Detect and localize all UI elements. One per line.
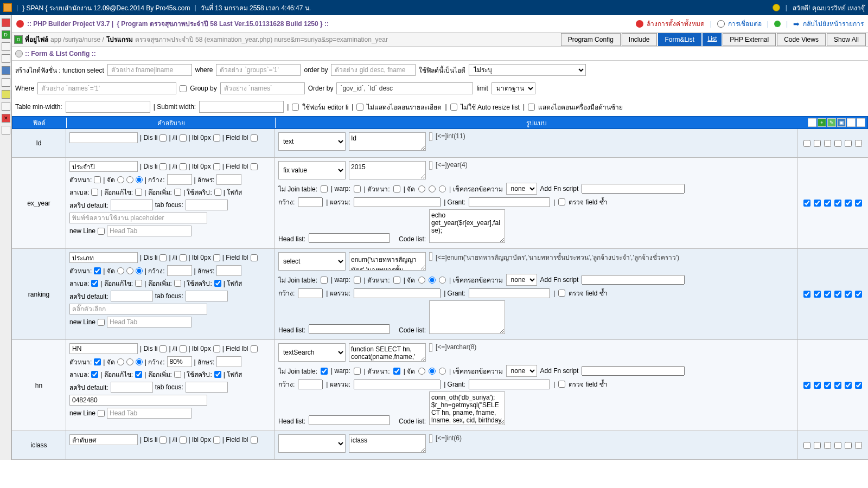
- warp-chk[interactable]: [354, 368, 361, 375]
- falign-c[interactable]: [429, 277, 436, 284]
- dup-chk[interactable]: [558, 198, 565, 206]
- bold2-chk[interactable]: [393, 185, 400, 192]
- desc-input[interactable]: [69, 434, 138, 445]
- icon-6[interactable]: [2, 78, 10, 87]
- sli-chk[interactable]: [180, 254, 187, 261]
- limit-select[interactable]: มาตรฐาน: [492, 82, 535, 94]
- disli-chk[interactable]: [159, 254, 167, 261]
- noauto-check[interactable]: [450, 104, 457, 111]
- tool-6[interactable]: ▦: [857, 118, 865, 127]
- icon-3[interactable]: [2, 42, 10, 51]
- disli-chk[interactable]: [159, 345, 167, 352]
- falign-l[interactable]: [418, 277, 425, 284]
- flbl-chk[interactable]: [251, 134, 258, 142]
- icon-7[interactable]: [2, 90, 10, 99]
- tabfocus-in[interactable]: [186, 291, 228, 301]
- lockedit-chk[interactable]: [135, 371, 142, 378]
- fwidth-in[interactable]: [298, 288, 323, 298]
- falign-r[interactable]: [439, 277, 446, 284]
- fn-select-input[interactable]: [107, 64, 192, 76]
- row-chk-3[interactable]: [834, 200, 841, 207]
- lbl-chk[interactable]: [91, 280, 98, 287]
- row-chk-5[interactable]: [855, 442, 862, 449]
- checkinput-sel[interactable]: none: [506, 183, 537, 195]
- field-ta[interactable]: function SELECT hn, concat(pname,fname,': [349, 343, 426, 362]
- tabfocus-in[interactable]: [186, 382, 228, 393]
- sum-in[interactable]: [354, 288, 441, 298]
- tab-php-external[interactable]: PHP External: [723, 33, 776, 46]
- newline-chk[interactable]: [98, 410, 105, 417]
- row-chk-0[interactable]: [803, 200, 810, 207]
- sli-chk[interactable]: [180, 134, 187, 142]
- headtab-in[interactable]: [107, 226, 192, 236]
- falign-l[interactable]: [418, 368, 425, 375]
- sli-chk[interactable]: [180, 345, 187, 352]
- headlist-in[interactable]: [309, 415, 390, 425]
- type-select[interactable]: [278, 434, 346, 453]
- align-l[interactable]: [117, 176, 124, 183]
- bold2-chk[interactable]: [393, 368, 400, 375]
- fnscript-in[interactable]: [582, 366, 685, 376]
- codelist-ta[interactable]: echo get_year($r[ex_year],false);: [429, 209, 505, 243]
- row-chk-1[interactable]: [814, 442, 821, 449]
- width-in[interactable]: [167, 265, 192, 276]
- chars-in[interactable]: [216, 265, 241, 276]
- row-chk-5[interactable]: [855, 291, 862, 298]
- back-arrow-icon[interactable]: ➡: [793, 20, 800, 28]
- idfield-select[interactable]: ไม่ระบุ: [469, 64, 586, 76]
- expand-icon[interactable]: [429, 252, 432, 261]
- row-chk-1[interactable]: [814, 291, 821, 298]
- row-chk-2[interactable]: [824, 140, 831, 147]
- tool-add[interactable]: +: [818, 118, 826, 127]
- chars-in[interactable]: [216, 356, 241, 367]
- usescript-chk[interactable]: [214, 371, 221, 378]
- sum-in[interactable]: [354, 380, 441, 389]
- icon-d[interactable]: D: [2, 30, 10, 39]
- lockadd-chk[interactable]: [174, 189, 181, 196]
- row-chk-2[interactable]: [824, 442, 831, 449]
- row-chk-0[interactable]: [803, 140, 810, 147]
- lbl-chk[interactable]: [91, 189, 98, 196]
- tool-1[interactable]: ✎: [808, 118, 816, 127]
- tab-list[interactable]: List: [703, 33, 722, 46]
- disli-chk[interactable]: [159, 163, 167, 170]
- dup-chk[interactable]: [558, 290, 565, 297]
- grant-in[interactable]: [469, 380, 550, 389]
- scriptdef-in[interactable]: [111, 382, 153, 393]
- clear-settings-link[interactable]: ล้างการตั้งค่าทั้งหมด: [647, 18, 705, 29]
- align-c[interactable]: [126, 176, 133, 183]
- lbl0-chk[interactable]: [213, 163, 220, 170]
- row-chk-5[interactable]: [855, 382, 862, 389]
- sli-chk[interactable]: [180, 436, 187, 444]
- headtab-in[interactable]: [107, 408, 192, 419]
- desc-input[interactable]: [69, 343, 138, 354]
- tool-4[interactable]: ▣: [837, 118, 846, 127]
- row-chk-1[interactable]: [814, 140, 821, 147]
- align-r[interactable]: [136, 267, 143, 274]
- row-chk-4[interactable]: [845, 140, 852, 147]
- headtab-in[interactable]: [107, 317, 192, 328]
- fwidth-in[interactable]: [298, 380, 323, 389]
- refresh-icon[interactable]: [774, 21, 781, 27]
- codelist-ta[interactable]: conn_oth('db_suriya'); $r_hn=getmysql("S…: [429, 391, 505, 425]
- disli-chk[interactable]: [159, 436, 167, 444]
- icon-red[interactable]: [2, 18, 10, 27]
- falign-r[interactable]: [439, 368, 446, 375]
- tab-program-config[interactable]: Program Config: [561, 33, 621, 46]
- expand-icon[interactable]: [429, 343, 432, 352]
- row-chk-3[interactable]: [834, 442, 841, 449]
- tab-form-list[interactable]: Form&List: [658, 33, 702, 46]
- lockadd-chk[interactable]: [174, 371, 181, 378]
- chars-in[interactable]: [216, 174, 241, 185]
- field-ta[interactable]: iclass: [349, 434, 426, 453]
- clear-icon[interactable]: [636, 20, 643, 28]
- field-ta[interactable]: 2015: [349, 161, 426, 179]
- home-icon[interactable]: [3, 3, 12, 12]
- field-ta[interactable]: enum('นายทหารสัญญาบัตร','นายทหารชั้น: [349, 252, 426, 271]
- icon-10[interactable]: [2, 126, 10, 134]
- falign-c[interactable]: [429, 185, 436, 192]
- row-chk-4[interactable]: [845, 382, 852, 389]
- fnscript-in[interactable]: [582, 275, 685, 285]
- usescript-chk[interactable]: [214, 189, 221, 196]
- icon-8[interactable]: [2, 102, 10, 111]
